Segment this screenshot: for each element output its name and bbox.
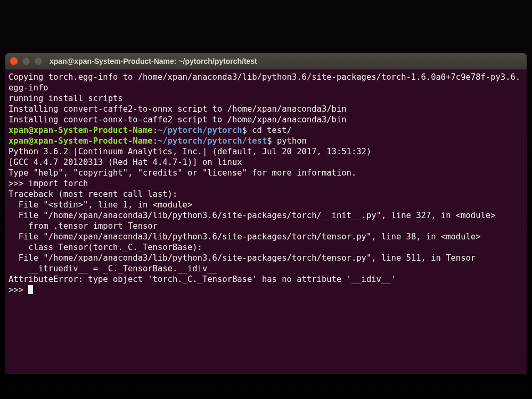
command-text: cd test/ (252, 126, 292, 135)
traceback-line: File "/home/xpan/anaconda3/lib/python3.6… (9, 232, 481, 242)
window-title: xpan@xpan-System-Product-Name: ~/pytorch… (50, 57, 257, 65)
close-icon[interactable] (10, 57, 18, 65)
output-line: Type "help", "copyright", "credits" or "… (9, 168, 356, 178)
desktop: xpan@xpan-System-Product-Name: ~/pytorch… (0, 0, 532, 399)
output-line: Python 3.6.2 |Continuum Analytics, Inc.|… (9, 147, 377, 156)
output-line: [GCC 4.4.7 20120313 (Red Hat 4.4.7-1)] o… (9, 157, 242, 167)
window-titlebar[interactable]: xpan@xpan-System-Product-Name: ~/pytorch… (5, 53, 527, 70)
repl-input: >>> import torch (9, 179, 88, 188)
repl-prompt: >>> (9, 285, 28, 295)
output-line: Copying torch.egg-info to /home/xpan/ana… (9, 72, 520, 93)
prompt-user: xpan@xpan-System-Product-Name (9, 136, 153, 146)
traceback-line: File "/home/xpan/anaconda3/lib/python3.6… (9, 211, 496, 220)
prompt-dollar: $ (242, 126, 252, 135)
maximize-icon[interactable] (34, 57, 43, 65)
prompt-dollar: $ (267, 136, 277, 146)
output-line: Installing convert-onnx-to-caffe2 script… (9, 115, 347, 124)
terminal-window: xpan@xpan-System-Product-Name: ~/pytorch… (5, 53, 527, 374)
prompt-path: ~/pytorch/pytorch (158, 126, 242, 135)
command-text: python (277, 136, 307, 146)
traceback-header: Traceback (most recent call last): (9, 189, 177, 199)
prompt-user: xpan@xpan-System-Product-Name (9, 126, 153, 135)
traceback-line: File "/home/xpan/anaconda3/lib/python3.6… (9, 253, 476, 263)
prompt-path: ~/pytorch/pytorch/test (158, 136, 267, 146)
output-line: running install_scripts (9, 94, 123, 103)
traceback-line: __itruediv__ = _C._TensorBase.__idiv__ (9, 264, 217, 273)
terminal-body[interactable]: Copying torch.egg-info to /home/xpan/ana… (5, 70, 527, 374)
prompt-sep: : (153, 136, 158, 146)
traceback-line: class Tensor(torch._C._TensorBase): (9, 243, 202, 252)
traceback-line: File "<stdin>", line 1, in <module> (9, 200, 192, 210)
error-line: AttributeError: type object 'torch._C._T… (9, 275, 396, 284)
prompt-sep: : (153, 126, 158, 135)
cursor-icon (28, 285, 33, 294)
output-line: Installing convert-caffe2-to-onnx script… (9, 104, 347, 114)
traceback-line: from .tensor import Tensor (9, 221, 158, 231)
minimize-icon[interactable] (22, 57, 30, 65)
